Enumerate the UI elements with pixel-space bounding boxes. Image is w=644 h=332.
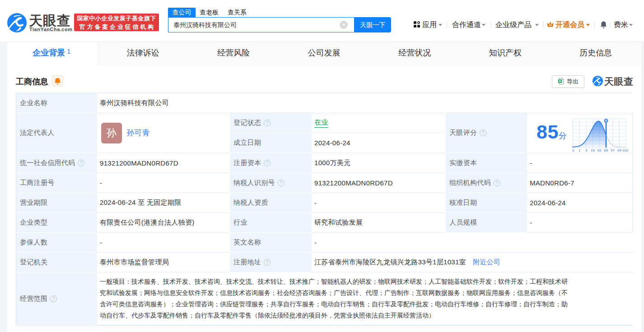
svg-text:15: 15	[591, 148, 595, 152]
svg-text:0: 0	[572, 148, 574, 152]
svg-text:1: 1	[579, 148, 580, 152]
svg-text:97: 97	[611, 148, 615, 152]
svg-text:85: 85	[604, 148, 608, 152]
svg-text:3: 3	[585, 148, 587, 152]
svg-text:99: 99	[617, 148, 621, 152]
svg-text:100: 100	[622, 148, 628, 152]
svg-text:50: 50	[597, 148, 602, 152]
